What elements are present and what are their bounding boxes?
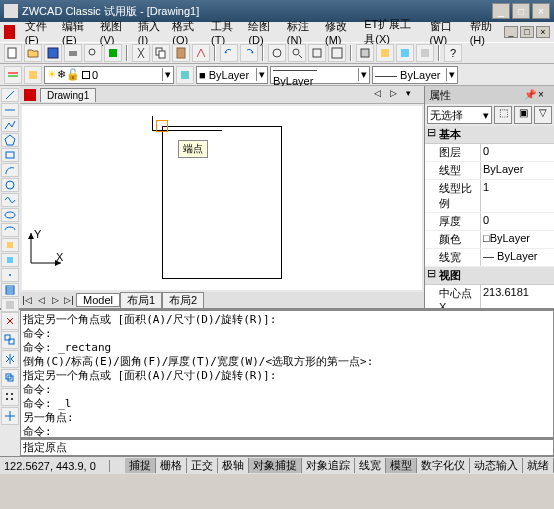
match-button[interactable] [192,44,210,62]
spline-tool[interactable] [1,193,19,207]
prop-value[interactable]: 0 [481,213,554,230]
menu-help[interactable]: 帮助(H) [466,17,502,48]
polyline-tool[interactable] [1,118,19,132]
tab-nav-right[interactable]: ▷ [390,88,404,102]
child-restore-button[interactable]: □ [520,26,534,38]
insert-block-tool[interactable] [1,238,19,252]
group-toggle[interactable]: ⊟ [425,126,437,143]
polygon-tool[interactable] [1,133,19,147]
status-dyn[interactable]: 动态输入 [470,458,523,473]
select-objects-button[interactable]: ▣ [514,106,532,124]
redo-button[interactable] [240,44,258,62]
save-button[interactable] [44,44,62,62]
tab-first[interactable]: |◁ [20,295,34,305]
status-snap[interactable]: 捕捉 [125,458,156,473]
offset-tool[interactable] [1,369,19,387]
help-button[interactable]: ? [444,44,462,62]
zoom-button[interactable] [288,44,306,62]
quick-select-button[interactable]: ⬚ [494,106,512,124]
copy-button[interactable] [152,44,170,62]
prop-value[interactable]: — ByLayer [481,249,554,266]
panel-pin-button[interactable]: 📌 [524,89,536,101]
tab-model[interactable]: Model [76,293,120,307]
cut-button[interactable] [132,44,150,62]
status-tablet[interactable]: 数字化仪 [417,458,470,473]
zoom-extents-button[interactable] [328,44,346,62]
layer-combo[interactable]: ☀❄🔓 0 ▾ [44,66,174,84]
prop-value[interactable]: □ByLayer [481,231,554,248]
print-button[interactable] [64,44,82,62]
tab-layout2[interactable]: 布局2 [162,292,204,309]
tab-menu[interactable]: ▾ [406,88,420,102]
color-combo[interactable]: ■ ByLayer ▾ [196,66,268,84]
menu-edit[interactable]: 编辑(E) [58,17,94,48]
menu-draw[interactable]: 绘图(D) [244,17,280,48]
array-tool[interactable] [1,388,19,406]
menu-file[interactable]: 文件(F) [21,17,56,48]
publish-button[interactable] [104,44,122,62]
lineweight-combo[interactable]: —— ByLayer ▾ [372,66,458,84]
zoom-window-button[interactable] [308,44,326,62]
menu-view[interactable]: 视图(V) [96,17,132,48]
command-input[interactable] [20,439,554,456]
xline-tool[interactable] [1,103,19,117]
layer-prev-button[interactable] [176,66,194,84]
maximize-button[interactable]: □ [512,3,530,19]
status-otrack[interactable]: 对象追踪 [302,458,355,473]
prop-value[interactable]: 213.6181 [481,285,554,308]
line-tool[interactable] [1,88,19,102]
point-tool[interactable] [1,268,19,282]
tab-nav-left[interactable]: ◁ [374,88,388,102]
status-lwt[interactable]: 线宽 [355,458,386,473]
undo-button[interactable] [220,44,238,62]
layer-manager-button[interactable] [4,66,22,84]
prop-value[interactable]: 1 [481,180,554,212]
status-grid[interactable]: 栅格 [156,458,187,473]
tab-drawing1[interactable]: Drawing1 [40,88,96,102]
tool-palette-button[interactable] [396,44,414,62]
menu-dimension[interactable]: 标注(N) [283,17,319,48]
status-ortho[interactable]: 正交 [187,458,218,473]
panel-close-button[interactable]: × [538,89,550,101]
design-center-button[interactable] [376,44,394,62]
tab-prev[interactable]: ◁ [34,295,48,305]
status-polar[interactable]: 极轴 [218,458,249,473]
properties-button[interactable] [356,44,374,62]
erase-tool[interactable] [1,312,19,330]
move-tool[interactable] [1,407,19,425]
status-osnap[interactable]: 对象捕捉 [249,458,302,473]
linetype-combo[interactable]: ———— ByLayer ▾ [270,66,370,84]
group-toggle[interactable]: ⊟ [425,267,437,284]
menu-insert[interactable]: 插入(I) [134,17,167,48]
status-model[interactable]: 模型 [386,458,417,473]
close-button[interactable]: × [532,3,550,19]
new-button[interactable] [4,44,22,62]
preview-button[interactable] [84,44,102,62]
tab-last[interactable]: ▷| [62,295,76,305]
open-button[interactable] [24,44,42,62]
circle-tool[interactable] [1,178,19,192]
ellipse-tool[interactable] [1,208,19,222]
child-minimize-button[interactable]: _ [504,26,518,38]
prop-value[interactable]: 0 [481,144,554,161]
tab-layout1[interactable]: 布局1 [120,292,162,309]
calc-button[interactable] [416,44,434,62]
canvas[interactable]: 端点 YX [22,106,422,290]
child-close-button[interactable]: × [536,26,550,38]
rectangle-tool[interactable] [1,148,19,162]
menu-tools[interactable]: 工具(T) [207,17,242,48]
filter-button[interactable]: ▽ [534,106,552,124]
command-history[interactable]: 指定另一个角点或 [面积(A)/尺寸(D)/旋转(R)]: 命令: 命令: _r… [20,310,554,438]
menu-modify[interactable]: 修改(M) [321,17,358,48]
layer-state-button[interactable] [24,66,42,84]
tab-next[interactable]: ▷ [48,295,62,305]
pan-button[interactable] [268,44,286,62]
paste-button[interactable] [172,44,190,62]
menu-format[interactable]: 格式(O) [168,17,205,48]
hatch-tool[interactable] [1,283,19,297]
menu-window[interactable]: 窗口(W) [426,17,464,48]
mirror-tool[interactable] [1,350,19,368]
coordinates[interactable]: 122.5627, 443.9, 0 [0,460,110,472]
arc-tool[interactable] [1,163,19,177]
copy-tool[interactable] [1,331,19,349]
